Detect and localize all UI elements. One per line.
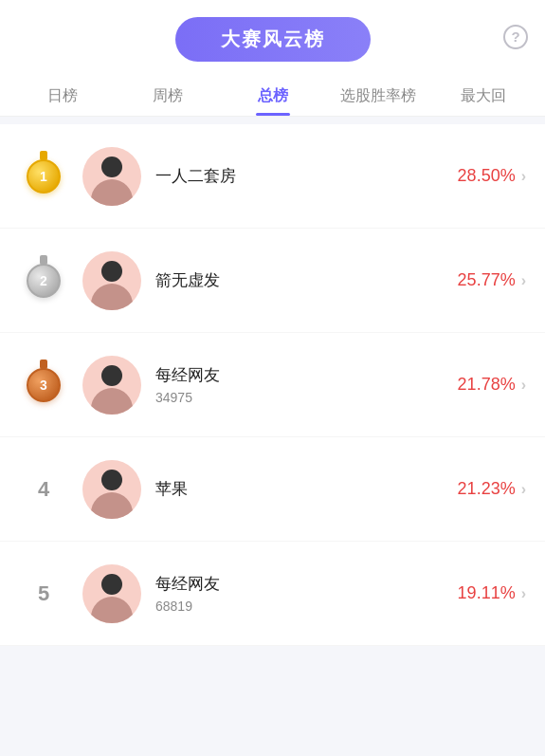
- rank-col-5: 5: [19, 581, 68, 606]
- chevron-icon-2: ›: [521, 272, 526, 289]
- user-name-4: 苹果: [155, 478, 458, 500]
- user-sub-5: 68819: [155, 599, 458, 614]
- medal-body-1: 1: [27, 159, 61, 194]
- chevron-icon-4: ›: [521, 481, 526, 498]
- rate-value-2: 25.77%: [458, 270, 516, 290]
- tab-max-drawdown[interactable]: 最大回: [430, 73, 536, 116]
- ranking-item-3[interactable]: 3 每经网友 34975 21.78% ›: [0, 333, 545, 437]
- rank-col-3: 3: [19, 365, 68, 405]
- rank-col-2: 2: [19, 261, 68, 301]
- user-name-3: 每经网友: [155, 364, 458, 386]
- user-name-2: 箭无虚发: [155, 269, 458, 291]
- ranking-item-1[interactable]: 1 一人二套房 28.50% ›: [0, 124, 545, 229]
- avatar-silhouette-2: [82, 251, 141, 310]
- medal-ribbon-1: [40, 151, 47, 160]
- avatar-4: [82, 460, 141, 519]
- chevron-icon-1: ›: [521, 168, 526, 185]
- rate-value-5: 19.11%: [458, 583, 516, 603]
- user-sub-3: 34975: [155, 390, 458, 405]
- avatar-silhouette-3: [82, 356, 141, 415]
- rate-value-1: 28.50%: [458, 166, 516, 186]
- avatar-silhouette-5: [82, 564, 141, 623]
- medal-body-2: 2: [27, 264, 61, 298]
- tab-stock-win[interactable]: 选股胜率榜: [325, 73, 430, 116]
- medal-silver: 2: [24, 261, 64, 301]
- tab-daily[interactable]: 日榜: [9, 73, 115, 116]
- name-col-4: 苹果: [155, 478, 458, 500]
- rate-col-5: 19.11% ›: [458, 583, 526, 603]
- name-col-5: 每经网友 68819: [155, 573, 458, 614]
- medal-bronze: 3: [24, 365, 64, 405]
- medal-body-3: 3: [27, 368, 61, 402]
- user-name-5: 每经网友: [155, 573, 458, 595]
- medal-ribbon-3: [40, 360, 47, 369]
- header: 大赛风云榜 ?: [0, 0, 545, 73]
- avatar-col-1: [78, 147, 146, 206]
- ranking-item-4[interactable]: 4 苹果 21.23% ›: [0, 437, 545, 542]
- rate-col-4: 21.23% ›: [458, 479, 526, 499]
- avatar-col-3: [78, 356, 146, 415]
- page-wrapper: 大赛风云榜 ? 日榜 周榜 总榜 选股胜率榜 最大回 1 一人二套房: [0, 0, 545, 756]
- rate-value-3: 21.78%: [458, 375, 516, 395]
- avatar-col-4: [78, 460, 146, 519]
- medal-ribbon-2: [40, 255, 47, 265]
- title-button: 大赛风云榜: [175, 17, 371, 62]
- rank-number-5: 5: [38, 581, 49, 606]
- rate-value-4: 21.23%: [458, 479, 516, 499]
- name-col-3: 每经网友 34975: [155, 364, 458, 405]
- avatar-col-2: [78, 251, 146, 310]
- rate-col-3: 21.78% ›: [458, 375, 526, 395]
- ranking-list: 1 一人二套房 28.50% › 2: [0, 124, 545, 646]
- avatar-silhouette-1: [82, 147, 141, 206]
- chevron-icon-5: ›: [521, 585, 526, 602]
- help-icon[interactable]: ?: [503, 25, 528, 49]
- tab-total[interactable]: 总榜: [220, 73, 325, 116]
- avatar-1: [82, 147, 141, 206]
- avatar-2: [82, 251, 141, 310]
- chevron-icon-3: ›: [521, 377, 526, 394]
- user-name-1: 一人二套房: [155, 165, 458, 187]
- tab-weekly[interactable]: 周榜: [115, 73, 220, 116]
- name-col-2: 箭无虚发: [155, 269, 458, 291]
- rank-number-4: 4: [38, 477, 49, 502]
- tabs-bar: 日榜 周榜 总榜 选股胜率榜 最大回: [0, 73, 545, 117]
- rank-col-1: 1: [19, 157, 68, 196]
- avatar-5: [82, 564, 141, 623]
- ranking-item-5[interactable]: 5 每经网友 68819 19.11% ›: [0, 542, 545, 646]
- rank-col-4: 4: [19, 477, 68, 502]
- rate-col-2: 25.77% ›: [458, 270, 526, 290]
- medal-gold: 1: [24, 157, 64, 196]
- avatar-silhouette-4: [82, 460, 141, 519]
- avatar-3: [82, 356, 141, 415]
- avatar-col-5: [78, 564, 146, 623]
- ranking-item-2[interactable]: 2 箭无虚发 25.77% ›: [0, 229, 545, 333]
- rate-col-1: 28.50% ›: [458, 166, 526, 186]
- name-col-1: 一人二套房: [155, 165, 458, 187]
